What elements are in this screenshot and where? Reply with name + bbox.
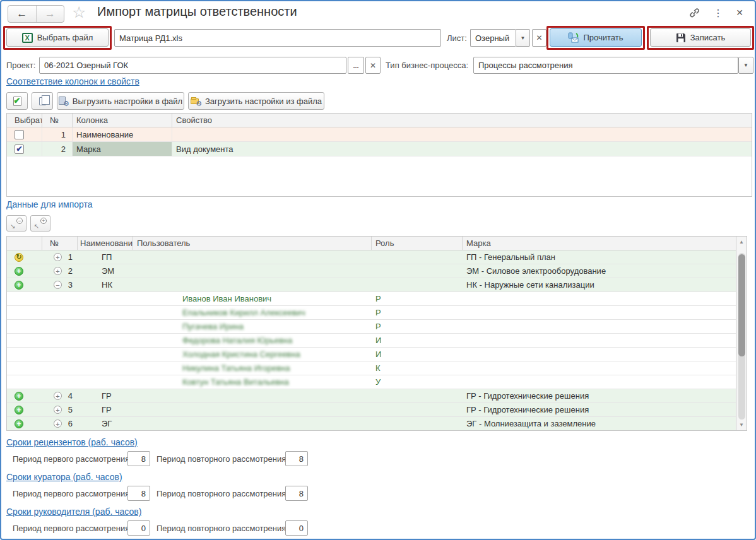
write-button[interactable]: Записать bbox=[650, 28, 751, 47]
column-header[interactable]: Выбрать bbox=[7, 114, 42, 127]
number-cell: +2 bbox=[42, 264, 78, 278]
back-button[interactable]: ← bbox=[8, 6, 37, 22]
name-cell bbox=[78, 320, 133, 333]
expand-row-icon[interactable]: + bbox=[54, 406, 62, 414]
clear-icon: ✕ bbox=[370, 61, 376, 70]
collapse-all-button[interactable]: − ↘ bbox=[6, 215, 27, 232]
check-all-button[interactable]: ✔ bbox=[6, 92, 28, 110]
reviewer-second-period-input[interactable]: 8 bbox=[285, 451, 308, 466]
get-link-button[interactable] bbox=[687, 5, 702, 20]
read-button[interactable]: Прочитать bbox=[550, 28, 642, 47]
reviewer-first-period-input[interactable]: 8 bbox=[127, 451, 150, 466]
export-settings-label: Выгрузить настройки в файл bbox=[73, 97, 182, 106]
user-cell: Иванов Иван Иванович bbox=[133, 292, 372, 305]
forward-button[interactable]: → bbox=[37, 6, 64, 22]
manager-first-period-input[interactable]: 0 bbox=[127, 520, 150, 536]
table-row[interactable]: ✔2МаркаВид документа bbox=[7, 142, 752, 156]
expand-row-icon[interactable]: + bbox=[54, 420, 62, 428]
manager-second-period-input[interactable]: 0 bbox=[285, 520, 308, 536]
user-name: Холодная Кристина Сергеевна bbox=[182, 349, 300, 359]
section-link-manager-periods[interactable]: Сроки руководителя (раб. часов) bbox=[6, 507, 141, 517]
column-header[interactable]: Пользователь bbox=[133, 237, 372, 250]
uncheck-all-button[interactable] bbox=[32, 92, 53, 110]
column-header[interactable]: Роль bbox=[372, 237, 463, 250]
table-row[interactable]: Пугачева ИринаР bbox=[7, 320, 736, 334]
scroll-down-button[interactable]: ▼ bbox=[736, 420, 747, 430]
checkbox-checked[interactable]: ✔ bbox=[15, 144, 24, 154]
column-header[interactable]: № bbox=[42, 114, 73, 127]
vertical-scrollbar[interactable]: ▲ ▼ bbox=[736, 237, 747, 430]
star-icon: ☆ bbox=[72, 3, 86, 21]
more-menu-button[interactable]: ⋮ bbox=[712, 5, 724, 20]
expand-row-icon[interactable]: + bbox=[54, 253, 62, 261]
column-header[interactable]: Колонка bbox=[73, 114, 172, 127]
project-clear-button[interactable]: ✕ bbox=[365, 57, 381, 74]
sheet-clear-button[interactable]: ✕ bbox=[532, 29, 546, 47]
user-name: Никулина Татьяна Игоревна bbox=[182, 363, 290, 373]
status-cell bbox=[7, 375, 42, 389]
export-settings-icon: ⚙ bbox=[59, 97, 68, 106]
table-row[interactable]: Федорова Наталия ЮрьевнаИ bbox=[7, 334, 736, 348]
close-icon: ✕ bbox=[736, 8, 743, 18]
table-row[interactable]: 1Наименование bbox=[7, 127, 752, 142]
role-cell: И bbox=[372, 334, 463, 347]
marka-cell: ГП - Генеральный план bbox=[463, 250, 736, 264]
curator-first-period-input[interactable]: 8 bbox=[127, 486, 150, 501]
import-settings-button[interactable]: ⚙ Загрузить настройки из файла bbox=[188, 92, 324, 110]
bp-type-dropdown-button[interactable]: ▼ bbox=[738, 57, 753, 74]
checkbox-unchecked[interactable] bbox=[15, 130, 24, 139]
property-cell: Вид документа bbox=[172, 142, 752, 156]
column-header[interactable]: № bbox=[42, 237, 78, 250]
table-row[interactable]: ++6ЭГЭГ - Молниезащита и заземление bbox=[7, 417, 736, 431]
table-row[interactable]: Ковтун Татьяна ВитальевнаУ bbox=[7, 375, 736, 389]
select-file-button[interactable]: X Выбрать файл bbox=[6, 28, 109, 47]
update-status-icon: ↻ bbox=[15, 253, 23, 262]
name-cell bbox=[78, 361, 133, 375]
row-number: 6 bbox=[62, 419, 78, 428]
bp-type-select[interactable]: Процессы рассмотрения bbox=[473, 57, 738, 74]
section-link-import-data[interactable]: Данные для импорта bbox=[6, 199, 93, 209]
project-input[interactable]: 06-2021 Озерный ГОК bbox=[39, 57, 346, 74]
table-row[interactable]: +−3НКНК - Наружные сети канализации bbox=[7, 278, 736, 292]
table-row[interactable]: ++4ГРГР - Гидротехнические решения bbox=[7, 389, 736, 403]
marka-cell bbox=[463, 348, 736, 361]
status-cell bbox=[7, 292, 42, 305]
column-header[interactable]: Марка bbox=[463, 237, 736, 250]
marka-cell bbox=[463, 320, 736, 333]
table-row[interactable]: Никулина Татьяна ИгоревнаК bbox=[7, 361, 736, 375]
column-header[interactable]: Свойство bbox=[172, 114, 752, 127]
sheet-dropdown-button[interactable]: ▼ bbox=[516, 29, 530, 47]
column-header[interactable]: Наименование ... bbox=[78, 237, 133, 250]
name-cell bbox=[78, 375, 133, 389]
collapse-row-icon[interactable]: − bbox=[54, 281, 62, 289]
expand-row-icon[interactable]: + bbox=[54, 392, 62, 400]
expand-row-icon[interactable]: + bbox=[54, 267, 62, 275]
filename-input[interactable]: Матрица РД1.xls bbox=[114, 29, 441, 47]
user-cell bbox=[133, 278, 372, 291]
scroll-up-button[interactable]: ▲ bbox=[736, 237, 747, 247]
section-link-reviewer-periods[interactable]: Сроки рецензентов (раб. часов) bbox=[6, 437, 138, 447]
section-link-mapping[interactable]: Соответствие колонок и свойств bbox=[6, 76, 139, 86]
second-review-label: Период повторного рассмотрения: bbox=[157, 454, 288, 464]
table-row[interactable]: ++2ЭМЭМ - Силовое электрооборудование bbox=[7, 264, 736, 278]
chevron-down-icon: ▼ bbox=[521, 35, 526, 41]
curator-second-period-input[interactable]: 8 bbox=[285, 486, 308, 501]
table-row[interactable]: ↻+1ГПГП - Генеральный план bbox=[7, 250, 736, 264]
sheet-select[interactable]: Озерный bbox=[470, 29, 516, 47]
export-settings-button[interactable]: ⚙ Выгрузить настройки в файл bbox=[57, 92, 184, 110]
table-row[interactable]: Иванов Иван ИвановичР bbox=[7, 292, 736, 306]
add-status-icon: + bbox=[15, 281, 23, 290]
project-choose-button[interactable]: ... bbox=[348, 57, 364, 74]
table-row[interactable]: Холодная Кристина СергеевнаИ bbox=[7, 348, 736, 361]
table-row[interactable]: Епальников Кирилл АлексеевичР bbox=[7, 306, 736, 320]
column-header[interactable] bbox=[7, 237, 42, 250]
section-link-curator-periods[interactable]: Сроки куратора (раб. часов) bbox=[6, 472, 122, 482]
expand-all-button[interactable]: + ↖ bbox=[30, 215, 50, 232]
scrollbar-thumb[interactable] bbox=[738, 254, 745, 356]
role-cell: У bbox=[372, 375, 463, 389]
close-button[interactable]: ✕ bbox=[732, 5, 747, 20]
favorite-star-button[interactable]: ☆ bbox=[72, 3, 86, 21]
name-cell: ГР bbox=[78, 389, 133, 402]
table-row[interactable]: ++5ГРГР - Гидротехнические решения bbox=[7, 403, 736, 417]
marka-cell bbox=[463, 375, 736, 389]
